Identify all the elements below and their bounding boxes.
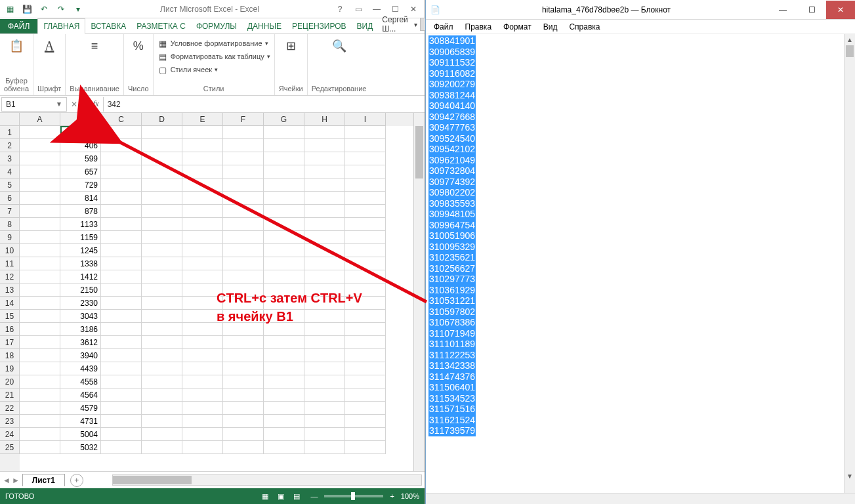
row-header[interactable]: 16	[0, 323, 20, 336]
row-header[interactable]: 6	[0, 192, 20, 205]
cell[interactable]	[223, 152, 264, 165]
cell[interactable]	[223, 139, 264, 152]
cell[interactable]	[142, 388, 182, 402]
cell[interactable]: 406	[60, 139, 101, 152]
notepad-line[interactable]: 309116082	[428, 68, 476, 79]
cell[interactable]	[101, 388, 142, 402]
conditional-formatting-button[interactable]: ▦ Условное форматирование▾	[157, 37, 270, 50]
scrollbar-thumb[interactable]	[113, 476, 192, 484]
cell[interactable]	[182, 205, 223, 218]
select-all-corner[interactable]	[0, 113, 20, 126]
cell[interactable]	[345, 336, 386, 349]
cell[interactable]	[264, 362, 304, 375]
row-header[interactable]: 17	[0, 336, 20, 349]
notepad-line[interactable]: 311571516	[428, 404, 476, 415]
cell[interactable]	[182, 231, 223, 244]
cell[interactable]	[223, 428, 264, 441]
cell[interactable]	[20, 428, 60, 441]
cell[interactable]	[20, 336, 60, 349]
cell[interactable]	[20, 205, 60, 218]
cell[interactable]	[142, 244, 182, 257]
cell[interactable]	[20, 178, 60, 192]
np-vertical-scrollbar[interactable]: ▲ ▼	[844, 34, 855, 493]
vertical-scrollbar[interactable]	[413, 113, 425, 471]
tab-file[interactable]: ФАЙЛ	[0, 19, 37, 33]
scroll-up-icon[interactable]: ▲	[845, 34, 855, 45]
cell[interactable]	[264, 126, 304, 139]
notepad-line[interactable]: 311071949	[428, 328, 476, 339]
row-header[interactable]: 10	[0, 244, 20, 257]
np-maximize-icon[interactable]: ☐	[797, 1, 826, 19]
cell[interactable]	[304, 192, 345, 205]
menu-file[interactable]: Файл	[428, 21, 459, 33]
scrollbar-thumb[interactable]	[846, 45, 854, 57]
cell[interactable]	[142, 415, 182, 428]
cell[interactable]	[20, 231, 60, 244]
cell[interactable]	[304, 152, 345, 165]
cell[interactable]: 599	[60, 152, 101, 165]
cell[interactable]	[182, 388, 223, 402]
cell[interactable]: 3186	[60, 323, 101, 336]
cell[interactable]	[142, 310, 182, 323]
cell[interactable]	[101, 218, 142, 231]
scroll-down-icon[interactable]: ▼	[845, 471, 855, 482]
cell[interactable]	[142, 257, 182, 270]
cell[interactable]	[142, 165, 182, 178]
cell[interactable]: 729	[60, 178, 101, 192]
cell[interactable]	[304, 388, 345, 402]
editing-button[interactable]: 🔍	[312, 37, 367, 55]
cell[interactable]	[20, 388, 60, 402]
row-header[interactable]: 11	[0, 257, 20, 270]
cell[interactable]	[142, 139, 182, 152]
cell[interactable]	[304, 428, 345, 441]
row-header[interactable]: 7	[0, 205, 20, 218]
cell[interactable]	[182, 218, 223, 231]
maximize-icon[interactable]: ☐	[386, 3, 404, 16]
cell[interactable]	[304, 205, 345, 218]
cell[interactable]	[101, 402, 142, 415]
cell[interactable]	[142, 362, 182, 375]
tab-formulas[interactable]: ФОРМУЛЫ	[191, 19, 242, 33]
tab-view[interactable]: ВИД	[352, 19, 379, 33]
cell[interactable]	[345, 349, 386, 362]
page-layout-view-icon[interactable]: ▣	[274, 490, 288, 502]
cancel-formula-icon[interactable]: ✕	[71, 100, 77, 109]
column-header[interactable]: I	[345, 113, 386, 126]
cell[interactable]: 4564	[60, 388, 101, 402]
row-header[interactable]: 8	[0, 218, 20, 231]
cell[interactable]	[345, 126, 386, 139]
cell[interactable]	[101, 139, 142, 152]
cell[interactable]	[142, 323, 182, 336]
cell[interactable]	[304, 244, 345, 257]
cell[interactable]: 3612	[60, 336, 101, 349]
cell[interactable]	[304, 402, 345, 415]
cell[interactable]	[223, 178, 264, 192]
cell[interactable]	[182, 257, 223, 270]
cell[interactable]	[182, 428, 223, 441]
cell[interactable]	[345, 375, 386, 388]
cell[interactable]	[345, 205, 386, 218]
cell[interactable]	[345, 388, 386, 402]
cell[interactable]	[182, 362, 223, 375]
cell[interactable]	[345, 428, 386, 441]
cell[interactable]	[304, 231, 345, 244]
cell[interactable]	[20, 415, 60, 428]
notepad-line[interactable]: 310361929	[428, 285, 476, 296]
cell[interactable]	[142, 231, 182, 244]
cell[interactable]: 878	[60, 205, 101, 218]
cell[interactable]	[142, 297, 182, 310]
column-header[interactable]: F	[223, 113, 264, 126]
cell[interactable]: 1159	[60, 231, 101, 244]
enter-formula-icon[interactable]: ✔	[80, 100, 87, 109]
cell[interactable]	[223, 218, 264, 231]
row-header[interactable]: 4	[0, 165, 20, 178]
cell[interactable]	[304, 441, 345, 454]
ribbon-options-icon[interactable]: ▭	[350, 3, 367, 16]
cell[interactable]	[20, 192, 60, 205]
cell[interactable]	[182, 152, 223, 165]
add-sheet-button[interactable]: +	[70, 474, 83, 487]
cell[interactable]	[345, 165, 386, 178]
column-header[interactable]: H	[304, 113, 345, 126]
cell[interactable]	[304, 362, 345, 375]
sheet-next-icon[interactable]: ►	[12, 476, 20, 485]
